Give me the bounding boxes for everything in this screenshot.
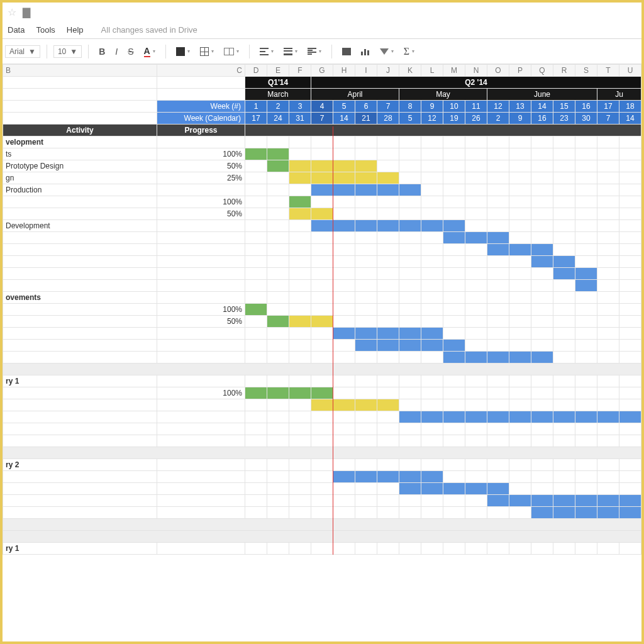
gantt-cell[interactable] [245, 268, 267, 280]
gantt-cell[interactable] [289, 471, 311, 483]
gantt-cell[interactable] [311, 543, 333, 555]
col-header[interactable]: T [597, 65, 619, 77]
col-header[interactable]: K [399, 65, 421, 77]
gantt-cell[interactable] [245, 316, 267, 328]
gantt-cell[interactable] [311, 220, 333, 232]
col-header[interactable]: G [311, 65, 333, 77]
col-header[interactable]: O [487, 65, 509, 77]
gantt-cell[interactable] [377, 292, 399, 304]
gantt-cell[interactable] [421, 268, 443, 280]
gantt-cell[interactable] [443, 208, 465, 220]
gantt-cell[interactable] [465, 471, 487, 483]
gantt-cell[interactable] [267, 483, 289, 495]
gantt-cell[interactable] [289, 543, 311, 555]
gantt-cell[interactable] [619, 507, 641, 519]
gantt-cell[interactable] [333, 471, 355, 483]
gantt-cell[interactable] [531, 387, 553, 399]
gantt-cell[interactable] [333, 304, 355, 316]
fill-color-button[interactable]: ▾ [172, 45, 194, 58]
gantt-cell[interactable] [333, 399, 355, 411]
gantt-cell[interactable] [245, 160, 267, 172]
gantt-cell[interactable] [619, 148, 641, 160]
table-row[interactable] [3, 507, 641, 519]
gantt-cell[interactable] [267, 148, 289, 160]
gantt-cell[interactable] [289, 399, 311, 411]
week-num-label[interactable]: Week (#) [157, 101, 245, 113]
gantt-cell[interactable] [509, 208, 531, 220]
gantt-cell[interactable] [553, 543, 575, 555]
progress-cell[interactable] [157, 471, 245, 483]
gantt-cell[interactable] [487, 304, 509, 316]
gantt-cell[interactable] [465, 280, 487, 292]
table-row[interactable] [3, 495, 641, 507]
gantt-cell[interactable] [575, 471, 597, 483]
table-row[interactable] [3, 519, 641, 531]
month-march[interactable]: March [245, 89, 311, 101]
table-row[interactable]: 100% [3, 304, 641, 316]
gantt-cell[interactable] [333, 244, 355, 256]
gantt-cell[interactable] [531, 268, 553, 280]
gantt-cell[interactable] [465, 483, 487, 495]
gantt-cell[interactable] [333, 507, 355, 519]
activity-cell[interactable] [3, 399, 157, 411]
table-row[interactable] [3, 399, 641, 411]
gantt-cell[interactable] [509, 244, 531, 256]
gantt-cell[interactable] [421, 148, 443, 160]
gantt-cell[interactable] [465, 268, 487, 280]
gantt-cell[interactable] [531, 160, 553, 172]
gantt-cell[interactable] [289, 292, 311, 304]
gantt-cell[interactable] [465, 292, 487, 304]
gantt-cell[interactable] [487, 387, 509, 399]
gantt-cell[interactable] [421, 232, 443, 244]
gantt-cell[interactable] [377, 160, 399, 172]
progress-cell[interactable]: 100% [157, 148, 245, 160]
gantt-cell[interactable] [289, 483, 311, 495]
table-row[interactable] [3, 447, 641, 459]
gantt-cell[interactable] [531, 399, 553, 411]
gantt-cell[interactable] [399, 196, 421, 208]
col-header[interactable]: S [575, 65, 597, 77]
gantt-cell[interactable] [311, 232, 333, 244]
month-july[interactable]: Ju [597, 89, 641, 101]
gantt-cell[interactable] [509, 184, 531, 196]
gantt-cell[interactable] [399, 208, 421, 220]
gantt-cell[interactable] [355, 220, 377, 232]
gantt-cell[interactable] [333, 340, 355, 352]
gantt-cell[interactable] [443, 220, 465, 232]
table-row[interactable]: Development [3, 220, 641, 232]
gantt-cell[interactable] [487, 483, 509, 495]
gantt-cell[interactable] [267, 459, 289, 471]
gantt-cell[interactable] [509, 411, 531, 423]
gantt-cell[interactable] [245, 148, 267, 160]
menu-data[interactable]: Data [8, 25, 25, 35]
gantt-cell[interactable] [531, 411, 553, 423]
progress-cell[interactable] [157, 292, 245, 304]
gantt-cell[interactable] [509, 292, 531, 304]
gantt-cell[interactable] [619, 220, 641, 232]
gantt-cell[interactable] [443, 507, 465, 519]
gantt-cell[interactable] [355, 244, 377, 256]
gantt-cell[interactable] [399, 483, 421, 495]
gantt-cell[interactable] [421, 543, 443, 555]
gantt-cell[interactable] [245, 375, 267, 387]
gantt-cell[interactable] [399, 352, 421, 364]
table-row[interactable] [3, 256, 641, 268]
gantt-cell[interactable] [267, 208, 289, 220]
gantt-cell[interactable] [333, 459, 355, 471]
gantt-cell[interactable] [443, 495, 465, 507]
activity-cell[interactable]: gn [3, 172, 157, 184]
gantt-cell[interactable] [509, 304, 531, 316]
gantt-cell[interactable] [267, 316, 289, 328]
gantt-cell[interactable] [355, 196, 377, 208]
gantt-cell[interactable] [377, 387, 399, 399]
gantt-cell[interactable] [399, 316, 421, 328]
gantt-cell[interactable] [421, 316, 443, 328]
gantt-cell[interactable] [421, 172, 443, 184]
gantt-cell[interactable] [509, 375, 531, 387]
gantt-cell[interactable] [619, 375, 641, 387]
gantt-cell[interactable] [575, 184, 597, 196]
gantt-cell[interactable] [553, 268, 575, 280]
gantt-cell[interactable] [377, 495, 399, 507]
activity-cell[interactable] [3, 340, 157, 352]
gantt-cell[interactable] [355, 148, 377, 160]
